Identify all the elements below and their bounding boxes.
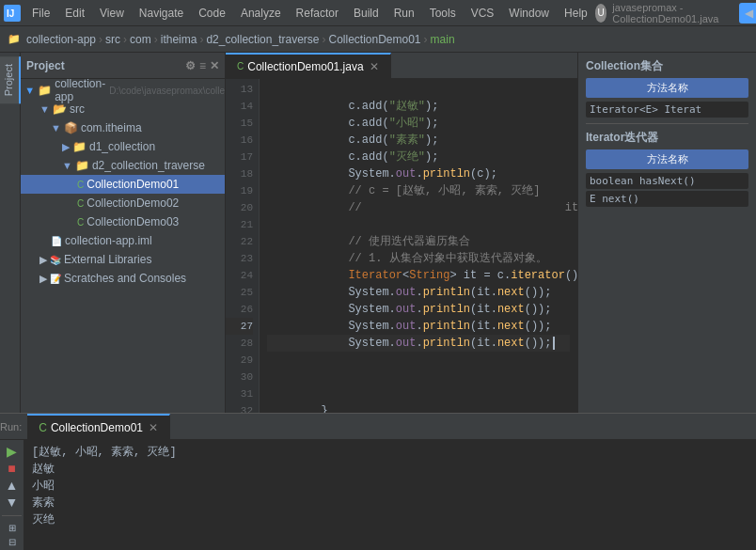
menu-view[interactable]: View — [92, 5, 132, 22]
project-expand-icon[interactable]: ≡ — [199, 59, 206, 72]
window-title: javasepromax - CollectionDemo01.java — [612, 2, 726, 24]
src-icon: 📂 — [53, 102, 67, 116]
scratches-icon: 📝 — [50, 274, 61, 284]
tree-demo01[interactable]: C CollectionDemo01 — [21, 175, 225, 194]
breadcrumb-collection-app[interactable]: collection-app — [26, 33, 96, 46]
menu-bar: IJ File Edit View Navigate Code Analyze … — [0, 0, 756, 26]
code-editor[interactable]: 13 14 15 16 17 18 19 20 21 22 23 24 25 2… — [226, 79, 577, 413]
menu-build[interactable]: Build — [346, 5, 386, 22]
tree-demo03[interactable]: C CollectionDemo03 — [21, 212, 225, 231]
right-method-item-1: Iterator<E> Iterat — [586, 102, 748, 118]
project-tab-btn[interactable]: Project — [0, 56, 21, 103]
menu-vcs[interactable]: VCS — [464, 5, 502, 22]
com-folder-icon: ▼ — [51, 122, 61, 134]
menu-run[interactable]: Run — [386, 5, 422, 22]
iml-icon: 📄 — [51, 236, 62, 246]
tree-root-label: collection-app — [55, 79, 105, 103]
com-pkg-icon: 📦 — [64, 121, 78, 134]
editor-area: C CollectionDemo01.java ✕ 13 14 15 16 17… — [226, 53, 577, 413]
menu-tools[interactable]: Tools — [422, 5, 464, 22]
tree-d2-collection[interactable]: ▼ 📁 d2_collection_traverse — [21, 156, 225, 175]
nav-back-btn[interactable]: ◀ — [739, 3, 756, 24]
tree-collection-app[interactable]: ▼ 📁 collection-app D:\code\javasepromax\… — [21, 81, 225, 100]
run-tab-label: CollectionDemo01 — [51, 421, 143, 434]
breadcrumb-sep-4: › — [199, 33, 203, 46]
run-output-line-5: 灭绝 — [32, 511, 748, 528]
d1-icon: 📁 — [72, 140, 87, 153]
project-close-icon[interactable]: ✕ — [210, 59, 219, 72]
breadcrumb-bar: 📁 collection-app › src › com › itheima ›… — [0, 26, 756, 53]
left-vertical-tabs: Project — [0, 53, 21, 413]
menu-edit[interactable]: Edit — [57, 5, 92, 22]
tree-scratches[interactable]: ▶ 📝 Scratches and Consoles — [21, 269, 225, 288]
tree-src-label: src — [70, 102, 85, 116]
menu-refactor[interactable]: Refactor — [289, 5, 346, 22]
editor-tab-demo01[interactable]: C CollectionDemo01.java ✕ — [226, 53, 391, 79]
tree-demo02[interactable]: C CollectionDemo02 — [21, 194, 225, 212]
demo03-java-icon: C — [77, 217, 84, 228]
breadcrumb-demo01[interactable]: CollectionDemo01 — [328, 33, 420, 46]
tree-iml-label: collection-app.iml — [65, 234, 152, 247]
breadcrumb-itheima[interactable]: itheima — [161, 33, 197, 46]
user-avatar[interactable]: U — [595, 4, 607, 23]
tree-demo03-label: CollectionDemo03 — [87, 215, 179, 228]
tree-d1-collection[interactable]: ▶ 📁 d1_collection — [21, 137, 225, 156]
tree-scratches-label: Scratches and Consoles — [64, 272, 186, 285]
d2-icon: 📁 — [75, 159, 89, 172]
breadcrumb-sep-6: › — [424, 33, 428, 46]
run-down-btn[interactable]: ▼ — [3, 495, 22, 510]
menu-navigate[interactable]: Navigate — [132, 5, 191, 22]
run-label: Run: — [0, 421, 22, 432]
run-up-btn[interactable]: ▲ — [3, 478, 22, 493]
run-output-line-2: 赵敏 — [32, 461, 748, 478]
project-root-icon: 📁 — [38, 84, 52, 97]
tree-demo02-label: CollectionDemo02 — [87, 196, 179, 210]
code-content[interactable]: c.add("赵敏"); c.add("小昭"); c.add("素素"); c… — [260, 79, 577, 413]
tree-root-path: D:\code\javasepromax\colle — [109, 86, 225, 96]
tree-com-itheima[interactable]: ▼ 📦 com.itheima — [21, 118, 225, 137]
bottom-panel: Run: C CollectionDemo01 ✕ ▶ ■ ▲ ▼ ⊞ ⊟ [赵… — [0, 413, 756, 550]
project-panel-header: Project ⚙ ≡ ✕ — [21, 53, 225, 79]
demo01-java-icon: C — [77, 180, 84, 190]
run-tab-icon: C — [39, 421, 47, 434]
menu-window[interactable]: Window — [501, 5, 557, 22]
run-play-btn[interactable]: ▶ — [3, 444, 22, 459]
tab-java-icon: C — [237, 61, 244, 71]
tab-close-icon[interactable]: ✕ — [370, 60, 379, 73]
right-panel: Collection集合 方法名称 Iterator<E> Iterat Ite… — [577, 53, 756, 413]
run-output: [赵敏, 小昭, 素索, 灭绝] 赵敏 小昭 素索 灭绝 — [24, 440, 756, 550]
menu-code[interactable]: Code — [191, 5, 233, 22]
run-side-btn-extra1[interactable]: ⊞ — [3, 522, 22, 534]
right-method-btn-2[interactable]: 方法名称 — [586, 149, 748, 169]
breadcrumb-main[interactable]: main — [431, 33, 455, 46]
right-iterator-section: Iterator迭代器 方法名称 boolean hasNext() E nex… — [578, 124, 756, 212]
tree-src[interactable]: ▼ 📂 src — [21, 100, 225, 118]
right-method-btn-1[interactable]: 方法名称 — [586, 78, 748, 98]
tree-iml[interactable]: 📄 collection-app.iml — [21, 231, 225, 250]
breadcrumb-sep-2: › — [123, 33, 127, 46]
right-collection-title: Collection集合 — [586, 58, 748, 74]
run-stop-btn[interactable]: ■ — [3, 461, 22, 476]
ext-libs-folder-icon: 📚 — [50, 255, 61, 265]
run-output-line-1: [赵敏, 小昭, 素索, 灭绝] — [32, 444, 748, 461]
breadcrumb-com[interactable]: com — [130, 33, 151, 46]
right-method-item-3: E next() — [586, 191, 748, 207]
line-numbers: 13 14 15 16 17 18 19 20 21 22 23 24 25 2… — [226, 79, 260, 413]
run-body: ▶ ■ ▲ ▼ ⊞ ⊟ [赵敏, 小昭, 素索, 灭绝] 赵敏 小昭 素索 灭绝 — [0, 440, 756, 550]
run-output-line-4: 素索 — [32, 495, 748, 511]
run-tab-close-icon[interactable]: ✕ — [149, 421, 158, 434]
tree-d1-label: d1_collection — [89, 140, 155, 153]
breadcrumb-src[interactable]: src — [105, 33, 120, 46]
d2-folder-icon: ▼ — [62, 160, 72, 171]
tab-label-demo01: CollectionDemo01.java — [247, 60, 363, 73]
run-tab-demo01[interactable]: C CollectionDemo01 ✕ — [27, 414, 170, 440]
menu-help[interactable]: Help — [557, 5, 595, 22]
menu-file[interactable]: File — [24, 5, 57, 22]
tree-demo01-label: CollectionDemo01 — [87, 178, 179, 191]
menu-analyze[interactable]: Analyze — [233, 5, 289, 22]
project-settings-icon[interactable]: ⚙ — [185, 59, 196, 72]
run-side-btn-extra2[interactable]: ⊟ — [3, 536, 22, 548]
svg-text:IJ: IJ — [7, 8, 14, 19]
tree-ext-libs[interactable]: ▶ 📚 External Libraries — [21, 250, 225, 269]
breadcrumb-d2[interactable]: d2_collection_traverse — [206, 33, 319, 46]
